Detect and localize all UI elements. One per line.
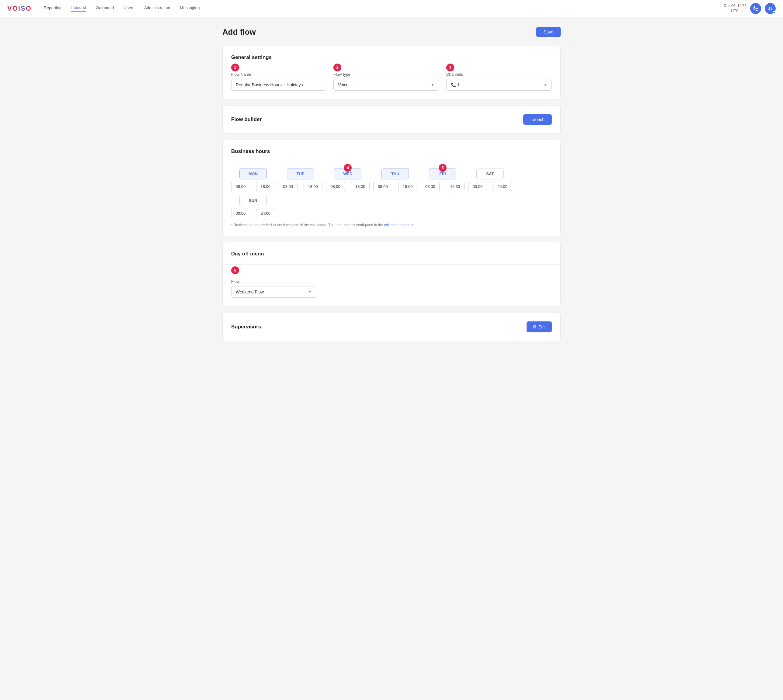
time-range-thu: –	[373, 182, 417, 191]
time-range-mon: –	[231, 182, 275, 191]
nav-administration[interactable]: Administration	[144, 5, 170, 11]
end-time-thu[interactable]	[398, 182, 417, 191]
channels-value: 📞 1	[451, 82, 460, 87]
day-off-flow-label: Flow	[231, 279, 552, 284]
start-time-wed[interactable]	[326, 182, 345, 191]
flow-name-label: Flow Name	[231, 72, 326, 77]
time-range-wed: –	[326, 182, 370, 191]
day-button-tue[interactable]: TUE	[287, 168, 314, 179]
logo-s: S	[21, 5, 26, 12]
launch-button[interactable]: Launch	[523, 114, 552, 125]
business-hours-note: * Business hours are tied to the time zo…	[231, 223, 552, 227]
day-button-sat[interactable]: SAT	[476, 168, 504, 179]
navbar: VOISO Reporting Inbound Outbound Users A…	[0, 0, 783, 17]
end-time-mon[interactable]	[256, 182, 275, 191]
step-3-badge: 3	[446, 63, 454, 72]
day-col-sun: SUN–	[231, 195, 275, 218]
end-time-wed[interactable]	[351, 182, 370, 191]
user-avatar[interactable]: JJ	[765, 3, 776, 14]
flow-type-value: Voice	[338, 82, 348, 87]
time-range-tue: –	[279, 182, 322, 191]
time-range-fri: –	[421, 182, 464, 191]
business-hours-days: MON–TUE–4WED–THU–5FRI–SAT–SUN–	[231, 168, 552, 218]
page: Add flow Save General settings 1 Flow Na…	[215, 17, 568, 357]
day-off-card: Day off menu 6 Flow Weekend Flow ▼	[222, 242, 561, 307]
day-button-mon[interactable]: MON	[239, 168, 267, 179]
step-1-badge: 1	[231, 63, 239, 72]
nav-outbound[interactable]: Outbound	[96, 5, 114, 11]
supervisors-title: Supervisors	[231, 324, 261, 330]
time-separator-tue: –	[299, 184, 302, 189]
end-time-fri[interactable]	[446, 182, 464, 191]
time-separator-fri: –	[441, 184, 444, 189]
start-time-thu[interactable]	[373, 182, 392, 191]
logo: VOISO	[7, 5, 32, 12]
start-time-mon[interactable]	[231, 182, 250, 191]
time-separator-mon: –	[252, 184, 254, 189]
start-time-fri[interactable]	[421, 182, 439, 191]
end-time-tue[interactable]	[304, 182, 322, 191]
time-range-sun: –	[231, 208, 275, 218]
flow-builder-title: Flow builder	[231, 117, 262, 123]
phone-small-icon: 📞	[451, 82, 456, 87]
save-button[interactable]: Save	[536, 27, 561, 37]
time-separator-sat: –	[489, 184, 491, 189]
edit-label: Edit	[538, 325, 546, 329]
logo-o1: O	[12, 5, 18, 12]
step-4-badge: 4	[344, 164, 352, 172]
time-separator-wed: –	[347, 184, 349, 189]
flow-type-group: 2 Flow type Voice ▼	[333, 68, 439, 91]
step-6-badge: 6	[231, 267, 239, 274]
nav-messaging[interactable]: Messaging	[180, 5, 200, 11]
nav-inbound[interactable]: Inbound	[71, 5, 86, 12]
supervisors-edit-button[interactable]: ⚙ Edit	[527, 322, 552, 332]
flow-type-select[interactable]: Voice ▼	[333, 79, 439, 91]
day-button-sun[interactable]: SUN	[239, 195, 267, 206]
flow-name-group: 1 Flow Name	[231, 68, 326, 91]
time-separator-sun: –	[252, 211, 254, 216]
phone-icon-button[interactable]	[750, 3, 761, 14]
nav-datetime: Dec 06, 14:56 UTC time	[724, 3, 746, 14]
channels-group: 3 Channels 📞 1 ▼	[446, 68, 552, 91]
day-col-sat: SAT–	[468, 168, 512, 191]
day-off-flow-select[interactable]: Weekend Flow ▼	[231, 286, 316, 298]
general-settings-title: General settings	[231, 55, 552, 60]
flow-type-chevron-icon: ▼	[431, 83, 434, 87]
start-time-sat[interactable]	[468, 182, 487, 191]
day-off-flow-group: 6 Flow Weekend Flow ▼	[231, 271, 552, 298]
flow-builder-card: Flow builder Launch	[222, 105, 561, 133]
day-col-wed: 4WED–	[326, 168, 370, 191]
flow-builder-inner: Flow builder Launch	[231, 114, 552, 125]
end-time-sat[interactable]	[493, 182, 512, 191]
day-col-fri: 5FRI–	[421, 168, 464, 191]
time-range-sat: –	[468, 182, 512, 191]
logo-o2: O	[26, 5, 32, 12]
nav-links: Reporting Inbound Outbound Users Adminis…	[44, 5, 724, 12]
start-time-sun[interactable]	[231, 208, 250, 218]
nav-right: Dec 06, 14:56 UTC time JJ	[724, 3, 776, 14]
nav-users[interactable]: Users	[124, 5, 134, 11]
call-center-settings-link[interactable]: call center settings	[384, 223, 414, 227]
page-header: Add flow Save	[222, 27, 561, 37]
online-status-dot	[773, 11, 776, 14]
day-button-thu[interactable]: THU	[381, 168, 409, 179]
day-off-title: Day off menu	[231, 251, 552, 257]
start-time-tue[interactable]	[279, 182, 297, 191]
supervisors-card: Supervisors ⚙ Edit	[222, 313, 561, 341]
general-settings-card: General settings 1 Flow Name 2 Flow type…	[222, 46, 561, 100]
flow-type-label: Flow type	[333, 72, 439, 77]
page-title: Add flow	[222, 27, 256, 37]
day-col-mon: MON–	[231, 168, 275, 191]
day-off-divider	[223, 264, 560, 265]
end-time-sun[interactable]	[256, 208, 275, 218]
flow-name-input[interactable]	[231, 79, 326, 91]
general-settings-fields: 1 Flow Name 2 Flow type Voice ▼ 3 Channe…	[231, 68, 552, 91]
nav-reporting[interactable]: Reporting	[44, 5, 62, 11]
channels-chevron-icon: ▼	[544, 83, 547, 87]
day-off-chevron-icon: ▼	[308, 290, 312, 294]
channels-label: Channels	[446, 72, 552, 77]
day-col-tue: TUE–	[279, 168, 322, 191]
logo-v: V	[7, 5, 12, 12]
business-hours-card: Business hours MON–TUE–4WED–THU–5FRI–SAT…	[222, 140, 561, 236]
channels-select[interactable]: 📞 1 ▼	[446, 79, 552, 91]
